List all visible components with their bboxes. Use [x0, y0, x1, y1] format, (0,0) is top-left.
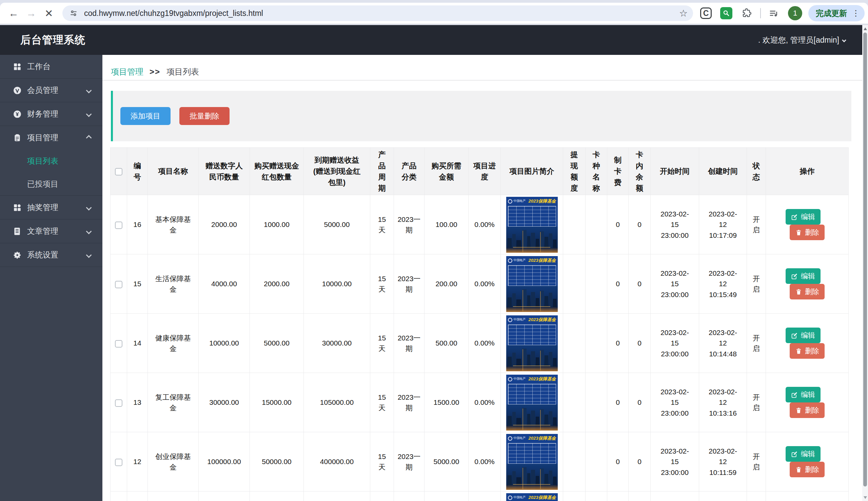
media-playlist-icon[interactable]	[766, 6, 781, 21]
table-row: 16基本保障基金2000.001000.005000.0015天2023一期10…	[111, 195, 849, 254]
cell-card-name	[586, 432, 607, 491]
breadcrumb-separator: >>	[149, 67, 160, 76]
cell-create-time: 2023-02-12 10:14:48	[699, 314, 747, 373]
delete-button[interactable]: 删除	[790, 343, 825, 359]
cell-card-name	[586, 373, 607, 432]
app-title: 后台管理系统	[20, 33, 85, 47]
batch-delete-button[interactable]: 批量删除	[179, 107, 230, 125]
edit-button[interactable]: 编辑	[786, 328, 820, 343]
cell-cycle: 15天	[370, 314, 394, 373]
sidebar-item-会员管理[interactable]: 会员管理	[0, 78, 102, 102]
row-select-cell	[111, 195, 127, 254]
cell-name: 健康保障基金	[148, 314, 199, 373]
cell-progress: 0.00%	[469, 195, 501, 254]
sidebar-item-项目管理[interactable]: 项目管理	[0, 126, 102, 149]
edit-button[interactable]: 编辑	[786, 446, 820, 462]
sidebar-subitem-已投项目[interactable]: 已投项目	[0, 172, 102, 195]
project-poster-image: 中国电产2023保障基金	[506, 434, 558, 490]
row-checkbox[interactable]	[115, 281, 123, 288]
column-header-11: 卡 种 名 称	[586, 148, 607, 195]
address-bar[interactable]: cod.hwymw.net/chuhzg19tvgabxm/project_li…	[62, 6, 693, 21]
row-checkbox[interactable]	[115, 222, 123, 229]
cell-cycle: 15天	[370, 254, 394, 314]
url-text: cod.hwymw.net/chuhzg19tvgabxm/project_li…	[84, 9, 679, 18]
project-poster-image: 中国电产2023保障基金	[506, 375, 558, 430]
lottery-icon	[13, 203, 22, 212]
poster-brand: 中国电产	[514, 495, 526, 500]
sidebar-item-抽奖管理[interactable]: 抽奖管理	[0, 196, 102, 219]
delete-button[interactable]: 删除	[790, 462, 825, 477]
site-settings-icon[interactable]	[68, 8, 79, 19]
cell-gift-digital-rmb: 2000.00	[199, 195, 250, 254]
cell-name: 基本保障基金	[148, 195, 199, 254]
cell-id: 15	[127, 254, 148, 314]
add-project-button[interactable]: 添加项目	[121, 107, 170, 125]
select-all-checkbox[interactable]	[115, 168, 123, 175]
cell-card-fee: 0	[607, 373, 629, 432]
sidebar-item-系统设置[interactable]: 系统设置	[0, 243, 102, 267]
sidebar-group-4: 抽奖管理	[0, 196, 102, 220]
delete-button[interactable]: 删除	[790, 403, 825, 418]
page-scrollbar[interactable]	[862, 25, 868, 501]
sidebar-item-label: 工作台	[27, 61, 51, 72]
cell-card-name	[586, 314, 607, 373]
poster-rate-table	[508, 443, 556, 464]
edit-button[interactable]: 编辑	[786, 268, 820, 284]
breadcrumb-section-link[interactable]: 项目管理	[111, 66, 144, 77]
edit-button[interactable]: 编辑	[786, 387, 820, 403]
cell-expiry-income: 105000.00	[304, 373, 370, 432]
chevron-up-icon	[86, 135, 92, 141]
scrollbar-down-arrow[interactable]	[862, 494, 868, 500]
row-checkbox[interactable]	[115, 459, 123, 466]
sidebar-item-财务管理[interactable]: 财务管理	[0, 102, 102, 126]
sidebar-subitem-项目列表[interactable]: 项目列表	[0, 149, 102, 172]
delete-button[interactable]: 删除	[790, 284, 825, 299]
chevron-down-icon	[86, 111, 92, 117]
delete-button[interactable]: 删除	[790, 225, 825, 240]
breadcrumb-page: 项目列表	[167, 66, 199, 77]
user-menu[interactable]: . 欢迎您, 管理员[admin]	[758, 35, 846, 45]
column-header-6: 产品 分类	[394, 148, 425, 195]
extensions-puzzle-icon[interactable]	[739, 6, 754, 21]
column-header-3: 购买赠送现金 红包数量	[250, 148, 304, 195]
cell-progress: 0.00%	[469, 254, 501, 314]
cell-card-balance: 0	[629, 195, 651, 254]
sidebar-item-工作台[interactable]: 工作台	[0, 55, 102, 78]
cell-start-time: 2023-02-15 23:00:00	[651, 195, 699, 254]
cell-category	[394, 491, 425, 501]
project-table: 编 号项目名称赠送数字人 民币数量购买赠送现金 红包数量到期赠送收益 (赠送到现…	[110, 147, 849, 501]
extension-c-icon[interactable]: C	[699, 6, 713, 21]
search-extension-icon[interactable]	[719, 6, 734, 21]
cell-gift-digital-rmb: 100000.00	[199, 432, 250, 491]
scrollbar-thumb[interactable]	[863, 33, 867, 487]
column-header-2: 赠送数字人 民币数量	[199, 148, 250, 195]
sidebar-group-1: 会员管理	[0, 78, 102, 102]
bookmark-star-icon[interactable]: ☆	[679, 8, 688, 19]
back-button[interactable]: ←	[5, 4, 22, 22]
stop-button[interactable]: ✕	[40, 4, 57, 22]
cell-progress: 0.00%	[469, 373, 501, 432]
sidebar-item-文章管理[interactable]: 文章管理	[0, 220, 102, 243]
breadcrumb: 项目管理 >> 项目列表	[102, 55, 862, 80]
row-checkbox[interactable]	[115, 399, 123, 407]
scrollbar-up-arrow[interactable]	[862, 26, 868, 32]
row-select-cell	[111, 254, 127, 314]
table-row: 中国电产2023保障基金编辑删除	[111, 491, 849, 501]
row-checkbox[interactable]	[115, 340, 123, 348]
cell-category: 2023一期	[394, 373, 425, 432]
update-button[interactable]: 完成更新 ⋮	[808, 5, 865, 21]
forward-button[interactable]: →	[22, 4, 40, 22]
poster-logo-icon	[508, 377, 512, 381]
browser-chrome: ← → ✕ cod.hwymw.net/chuhzg19tvgabxm/proj…	[0, 0, 868, 25]
table-row: 14健康保障基金10000.005000.0030000.0015天2023一期…	[111, 314, 849, 373]
select-all-header-cell	[111, 148, 127, 195]
settings-icon	[13, 250, 22, 259]
browser-menu-icon[interactable]: ⋮	[852, 9, 860, 18]
cell-project-image: 中国电产2023保障基金	[501, 254, 563, 314]
edit-button[interactable]: 编辑	[786, 209, 820, 225]
profile-avatar[interactable]: 1	[788, 6, 802, 20]
row-select-cell	[111, 314, 127, 373]
table-row: 13复工保障基金30000.0015000.00105000.0015天2023…	[111, 373, 849, 432]
sidebar-item-label: 会员管理	[27, 85, 58, 96]
cell-start-time: 2023-02-15 23:00:00	[651, 314, 699, 373]
